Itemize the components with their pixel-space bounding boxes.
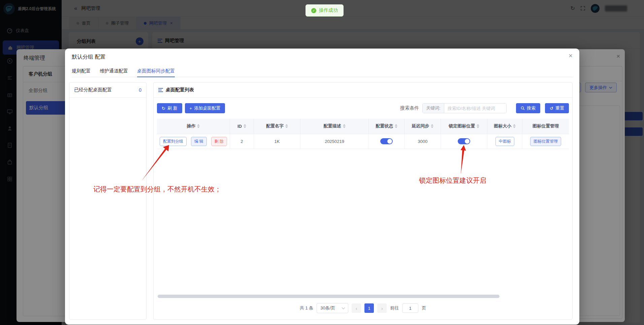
delete-button[interactable]: 删 除 [211,137,227,146]
assign-to-group-button[interactable]: 配置到分组 [160,137,187,146]
sort-caret-icon[interactable] [197,124,200,128]
list-panel-title: 桌面配置列表 [166,87,194,93]
reset-icon: ↺ [550,106,553,111]
toast-message: 操作成功 [319,7,338,13]
tab-maintain-channel[interactable]: 维护通道配置 [100,65,128,77]
reset-label: 重置 [555,105,564,111]
add-label: 添加桌面配置 [194,105,220,111]
default-group-config-modal: 默认分组 配置 × 规则配置 维护通道配置 桌面图标同步配置 已经分配桌面配置 … [65,49,579,325]
search-label: 搜索 [527,105,536,111]
horizontal-scrollbar[interactable] [158,295,500,298]
table-row: 配置到分组 编 辑 删 除 2 1K 20250219 3000 [157,134,569,149]
status-toggle[interactable] [380,138,393,144]
modal-tabbar: 规则配置 维护通道配置 桌面图标同步配置 [72,65,573,77]
assigned-count-badge: 0 [139,87,141,93]
success-toast: ✓ 操作成功 [305,4,344,17]
col-actions[interactable]: 操作 [157,119,230,134]
prev-page-button[interactable]: ‹ [352,303,361,313]
col-name[interactable]: 配置名字 [254,119,300,134]
col-desc[interactable]: 配置描述 [300,119,369,134]
refresh-button[interactable]: ↻ 刷 新 [157,103,182,113]
cell-delay: 3000 [405,134,441,149]
goto-label: 前往 [390,305,399,311]
current-page-button[interactable]: 1 [364,303,374,313]
icon-size-button[interactable]: 中图标 [495,137,514,146]
sort-caret-icon[interactable] [431,124,433,128]
list-toolbar: ↻ 刷 新 + 添加桌面配置 搜索条件 关键词: [157,103,569,113]
modal-title: 默认分组 配置 [72,54,105,61]
chevron-down-icon [342,307,345,309]
col-delay[interactable]: 延迟同步 [405,119,441,134]
search-conditions-label: 搜索条件 [400,105,419,111]
add-desktop-config-button[interactable]: + 添加桌面配置 [185,103,225,113]
page-size-select[interactable]: 30条/页 [317,303,348,313]
sort-caret-icon[interactable] [285,124,288,128]
goto-page-input[interactable] [402,303,418,313]
check-circle-icon: ✓ [311,8,316,13]
col-icon-pos-manage: 图标位置管理 [522,119,569,134]
page-size-value: 30条/页 [320,305,335,311]
plus-icon: + [190,106,192,111]
desktop-config-table: 操作 ID 配置名字 配置描述 配置状态 延迟同步 锁定图标位置 图标大小 图标… [157,119,569,149]
keyword-input-group: 关键词: [422,103,507,113]
search-icon [521,106,525,110]
desktop-config-list-panel: 桌面配置列表 ↻ 刷 新 + 添加桌面配置 搜索条件 [153,82,573,320]
tab-desktop-icon-sync[interactable]: 桌面图标同步配置 [137,65,175,77]
refresh-label: 刷 新 [167,105,178,111]
sort-caret-icon[interactable] [477,124,479,128]
reset-button[interactable]: ↺ 重置 [545,103,569,113]
cell-desc: 20250219 [300,134,369,149]
icon-position-manage-button[interactable]: 图标位置管理 [530,137,561,146]
col-lock-icon-pos[interactable]: 锁定图标位置 [441,119,487,134]
sort-caret-icon[interactable] [244,124,246,128]
sort-caret-icon[interactable] [513,124,516,128]
list-icon [158,88,163,92]
col-icon-size[interactable]: 图标大小 [487,119,522,134]
app-root: 盾网2.0后台管理系统 仪表盘 网吧管理 [0,0,644,325]
search-button[interactable]: 搜索 [516,103,540,113]
keyword-input[interactable] [444,104,506,113]
edit-button[interactable]: 编 辑 [191,137,207,146]
cell-id: 2 [230,134,254,149]
sort-caret-icon[interactable] [395,124,397,128]
close-icon[interactable]: × [569,52,573,60]
goto-suffix-label: 页 [422,305,426,311]
pagination: 共 1 条 30条/页 ‹ 1 › 前往 页 [157,303,569,313]
assigned-panel-title: 已经分配桌面配置 [74,87,112,93]
next-page-button[interactable]: › [377,303,387,313]
pagination-total: 共 1 条 [300,305,313,311]
table-header-row: 操作 ID 配置名字 配置描述 配置状态 延迟同步 锁定图标位置 图标大小 图标… [157,119,569,134]
col-status[interactable]: 配置状态 [369,119,405,134]
cell-name: 1K [254,134,300,149]
lock-icon-position-toggle[interactable] [458,138,470,144]
assigned-desktop-panel: 已经分配桌面配置 0 [69,82,147,320]
tab-rule-config[interactable]: 规则配置 [72,65,91,77]
sort-caret-icon[interactable] [343,124,346,128]
col-id[interactable]: ID [230,119,254,134]
keyword-prefix-label: 关键词: [423,104,444,113]
refresh-icon: ↻ [162,106,165,111]
